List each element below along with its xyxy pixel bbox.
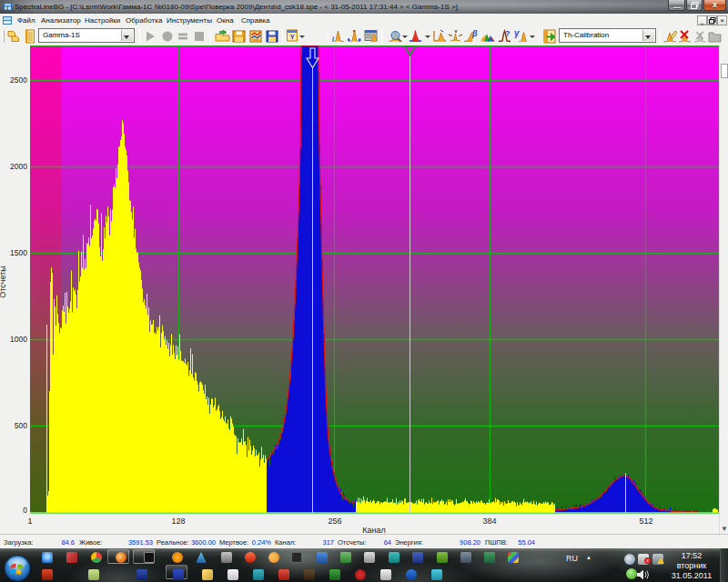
svg-text:β: β (471, 29, 478, 38)
svg-text:?: ? (505, 29, 511, 38)
svg-text:γ: γ (514, 29, 521, 38)
svg-text:Y: Y (290, 33, 296, 41)
